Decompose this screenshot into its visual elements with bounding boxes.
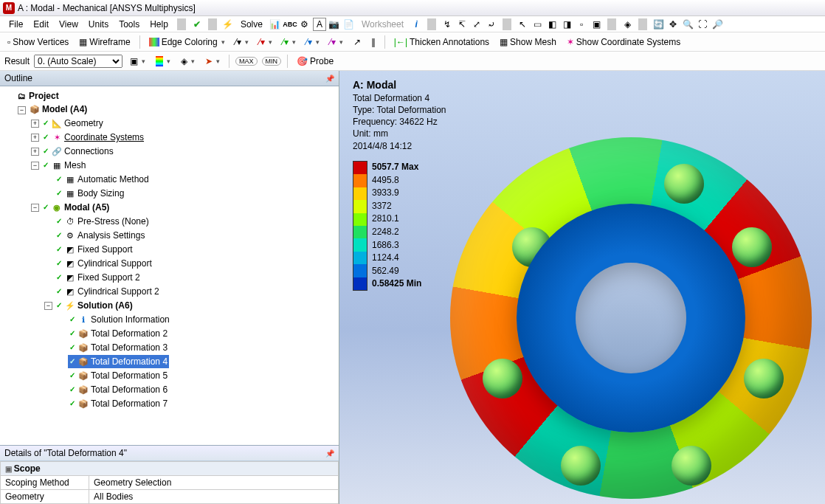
- nav4-icon[interactable]: ⤾: [485, 18, 498, 31]
- probe-button[interactable]: 🎯Probe: [294, 55, 336, 68]
- details-scoping-value[interactable]: Geometry Selection: [89, 476, 339, 490]
- tree-td3[interactable]: ✓📦Total Deformation 3: [68, 341, 169, 354]
- show-vertices-button[interactable]: ▫Show Vertices: [4, 35, 72, 49]
- expander[interactable]: +: [31, 148, 39, 156]
- tree-modal[interactable]: ✓◉Modal (A5): [41, 201, 111, 214]
- tree-mesh[interactable]: ✓▦Mesh: [41, 159, 87, 172]
- solve-button[interactable]: Solve: [236, 18, 267, 31]
- face-icon[interactable]: ◧: [545, 18, 559, 31]
- tree-cyl[interactable]: ✓◩Cylindrical Support: [55, 257, 153, 270]
- tree-td5[interactable]: ✓📦Total Deformation 5: [68, 369, 169, 382]
- pin-icon[interactable]: 📌: [325, 449, 334, 458]
- tree-geometry[interactable]: ✓📐Geometry: [41, 117, 105, 130]
- zoom-icon[interactable]: 🔍: [681, 18, 694, 31]
- pin-icon[interactable]: 📌: [325, 75, 334, 83]
- prestress-icon: ⏱: [65, 216, 75, 227]
- worksheet-button[interactable]: Worksheet: [357, 18, 408, 31]
- iso-icon[interactable]: ◈: [621, 18, 634, 31]
- expander[interactable]: −: [31, 204, 39, 212]
- edge-style5[interactable]: ⁄▾: [327, 35, 346, 49]
- menu-file[interactable]: File: [4, 18, 27, 31]
- info-sub: Total Deformation 4: [353, 92, 446, 104]
- zoom2-icon[interactable]: 🔎: [711, 18, 724, 31]
- worksheet-icon[interactable]: 📄: [342, 18, 356, 31]
- vertex-icon[interactable]: ▫: [575, 18, 588, 31]
- details-table[interactable]: Scope Scoping Method Geometry Selection …: [0, 461, 339, 504]
- graphics-viewport[interactable]: A: Modal Total Deformation 4 Type: Total…: [339, 71, 825, 504]
- tree-coord[interactable]: ✓✶Coordinate Systems: [41, 131, 145, 144]
- tree-td4[interactable]: ✓📦Total Deformation 4: [68, 355, 169, 368]
- nav2-icon[interactable]: ↸: [455, 18, 469, 31]
- tree-td7[interactable]: ✓📦Total Deformation 7: [68, 397, 169, 410]
- edge-thick[interactable]: ‖: [368, 35, 379, 49]
- info-i-icon[interactable]: i: [410, 18, 423, 31]
- thicken-annotations-button[interactable]: |←|Thicken Annotations: [391, 35, 492, 49]
- tree-connections[interactable]: ✓🔗Connections: [41, 145, 115, 158]
- nav3-icon[interactable]: ⤢: [470, 18, 483, 31]
- vector-button[interactable]: ➤: [202, 55, 223, 68]
- tree-solinfo[interactable]: ✓ℹSolution Information: [68, 313, 171, 326]
- menu-edit[interactable]: Edit: [29, 18, 53, 31]
- tree-mesh-auto[interactable]: ✓▦Automatic Method: [55, 173, 151, 186]
- show-coord-button[interactable]: ✶Show Coordinate Systems: [564, 35, 683, 49]
- menu-tools[interactable]: Tools: [114, 18, 144, 31]
- edge-style6[interactable]: ↗: [351, 35, 364, 49]
- result-icon: 📦: [78, 342, 89, 353]
- edge-style4[interactable]: ⁄▾: [303, 35, 322, 49]
- tree-project[interactable]: 🗂Project: [15, 89, 61, 103]
- details-title: Details of "Total Deformation 4": [4, 448, 127, 458]
- expander[interactable]: +: [31, 134, 39, 142]
- outline-tree[interactable]: 🗂Project −📦Model (A4) +✓📐Geometry +✓✶Coo…: [0, 86, 339, 445]
- tree-td2[interactable]: ✓📦Total Deformation 2: [68, 327, 169, 340]
- details-scope-header[interactable]: Scope: [1, 462, 339, 476]
- edge-style2[interactable]: ⁄▾: [256, 35, 275, 49]
- expander[interactable]: −: [31, 162, 39, 170]
- contour-button[interactable]: [153, 55, 173, 68]
- edges-result-button[interactable]: ◈: [178, 55, 198, 68]
- abc-icon[interactable]: ABC: [283, 18, 297, 31]
- tree-analysis[interactable]: ✓⚙Analysis Settings: [55, 229, 146, 242]
- snapshot-icon[interactable]: 📷: [328, 18, 341, 31]
- wireframe-button[interactable]: ▦Wireframe: [76, 35, 133, 49]
- tree-prestress[interactable]: ✓⏱Pre-Stress (None): [55, 215, 151, 228]
- tree-model[interactable]: 📦Model (A4): [28, 103, 89, 116]
- select-icon[interactable]: ▭: [531, 18, 544, 31]
- scale-select[interactable]: 0. (Auto Scale): [34, 55, 122, 68]
- tree-td6[interactable]: ✓📦Total Deformation 6: [68, 383, 169, 396]
- edge-style3[interactable]: ⁄▾: [280, 35, 299, 49]
- expander[interactable]: −: [18, 106, 26, 114]
- menu-units[interactable]: Units: [84, 18, 113, 31]
- sizing-icon: ▦: [65, 188, 75, 199]
- expander[interactable]: −: [44, 302, 52, 310]
- tree-solution[interactable]: ✓⚡Solution (A6): [55, 299, 134, 312]
- result-label: Result: [4, 56, 30, 66]
- details-geometry-value[interactable]: All Bodies: [89, 490, 339, 504]
- bolt2-icon[interactable]: ⚙: [298, 18, 311, 31]
- edge-icon[interactable]: ◨: [560, 18, 573, 31]
- pointer-icon[interactable]: ↖: [516, 18, 529, 31]
- tree-mesh-body[interactable]: ✓▦Body Sizing: [55, 187, 125, 200]
- menu-help[interactable]: Help: [145, 18, 173, 31]
- lightning-icon[interactable]: ⚡: [221, 18, 235, 31]
- annotation-a-icon[interactable]: A: [313, 18, 326, 31]
- tree-fixed[interactable]: ✓◩Fixed Support: [55, 243, 134, 256]
- geom-display-button[interactable]: ▣: [127, 55, 148, 68]
- max-button[interactable]: MAX: [235, 57, 258, 66]
- app-logo-icon: M: [3, 2, 15, 14]
- menu-view[interactable]: View: [55, 18, 83, 31]
- body-icon[interactable]: ▣: [590, 18, 603, 31]
- show-mesh-button[interactable]: ▦Show Mesh: [497, 35, 559, 49]
- min-button[interactable]: MIN: [262, 57, 282, 66]
- tree-cyl2[interactable]: ✓◩Cylindrical Support 2: [55, 285, 161, 298]
- edge-style1[interactable]: ⁄▾: [232, 35, 252, 49]
- accept-icon[interactable]: ✔: [190, 18, 204, 31]
- edge-coloring-button[interactable]: Edge Coloring: [146, 35, 228, 49]
- tree-fixed2[interactable]: ✓◩Fixed Support 2: [55, 271, 142, 284]
- chart-icon[interactable]: 📊: [269, 18, 282, 31]
- expander[interactable]: +: [31, 120, 39, 128]
- rotate-icon[interactable]: 🔄: [652, 18, 665, 31]
- fit-icon[interactable]: ⛶: [696, 18, 709, 31]
- nav1-icon[interactable]: ↯: [441, 18, 454, 31]
- probe-icon: 🎯: [297, 56, 308, 66]
- pan-icon[interactable]: ✥: [666, 18, 680, 31]
